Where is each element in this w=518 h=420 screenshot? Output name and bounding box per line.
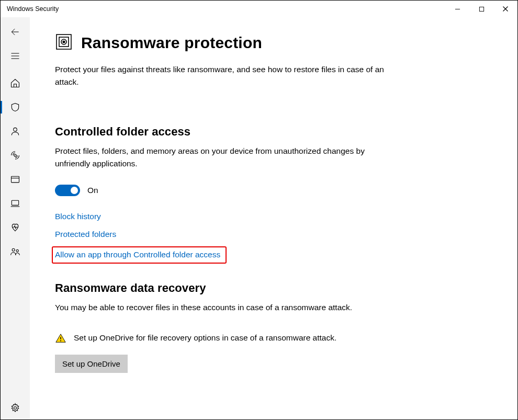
nav-account-protection[interactable] xyxy=(1,120,30,143)
nav-settings[interactable] xyxy=(1,396,30,419)
allow-app-link[interactable]: Allow an app through Controlled folder a… xyxy=(52,246,227,264)
nav-family-options[interactable] xyxy=(1,240,30,263)
svg-point-20 xyxy=(63,41,65,43)
svg-point-14 xyxy=(12,248,15,251)
svg-point-9 xyxy=(14,154,16,156)
nav-app-browser-control[interactable] xyxy=(1,168,30,191)
window-title: Windows Security xyxy=(7,5,59,13)
svg-point-22 xyxy=(60,340,61,342)
svg-rect-12 xyxy=(12,200,18,205)
toggle-state-label: On xyxy=(87,186,98,195)
main-content: Ransomware protection Protect your files… xyxy=(30,17,517,419)
nav-home[interactable] xyxy=(1,72,30,95)
controlled-folder-heading: Controlled folder access xyxy=(55,125,400,139)
maximize-button[interactable] xyxy=(469,1,493,17)
app-window: Windows Security xyxy=(0,0,518,420)
svg-point-15 xyxy=(16,249,18,252)
close-button[interactable] xyxy=(493,1,517,17)
ransomware-icon xyxy=(55,33,73,53)
svg-rect-10 xyxy=(12,176,19,183)
controlled-folder-desc: Protect files, folders, and memory areas… xyxy=(55,145,400,170)
nav-device-performance[interactable] xyxy=(1,216,30,239)
nav-firewall[interactable] xyxy=(1,144,30,167)
window-controls xyxy=(445,1,517,17)
setup-onedrive-button[interactable]: Set up OneDrive xyxy=(55,355,128,373)
svg-point-16 xyxy=(14,407,17,410)
svg-rect-1 xyxy=(479,7,483,11)
controlled-folder-toggle[interactable] xyxy=(55,185,80,196)
nav-device-security[interactable] xyxy=(1,192,30,215)
back-button[interactable] xyxy=(1,20,30,43)
onedrive-message: Set up OneDrive for file recovery option… xyxy=(74,332,336,344)
page-title: Ransomware protection xyxy=(81,34,262,52)
hamburger-menu-button[interactable] xyxy=(1,44,30,67)
protected-folders-link[interactable]: Protected folders xyxy=(55,230,116,239)
recovery-desc: You may be able to recover files in thes… xyxy=(55,301,400,314)
sidebar xyxy=(1,17,30,419)
warning-icon xyxy=(55,332,66,346)
recovery-heading: Ransomware data recovery xyxy=(55,281,400,295)
svg-point-8 xyxy=(14,128,17,131)
block-history-link[interactable]: Block history xyxy=(55,212,101,221)
page-subtitle: Protect your files against threats like … xyxy=(55,63,400,88)
nav-virus-protection[interactable] xyxy=(1,96,30,119)
title-bar: Windows Security xyxy=(1,1,517,17)
minimize-button[interactable] xyxy=(445,1,469,17)
